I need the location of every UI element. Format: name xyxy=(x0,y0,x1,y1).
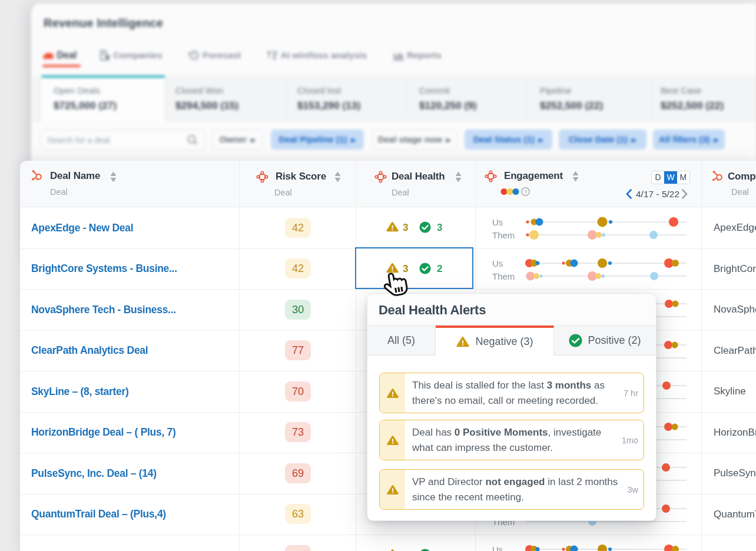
svg-text:?: ? xyxy=(524,188,527,195)
